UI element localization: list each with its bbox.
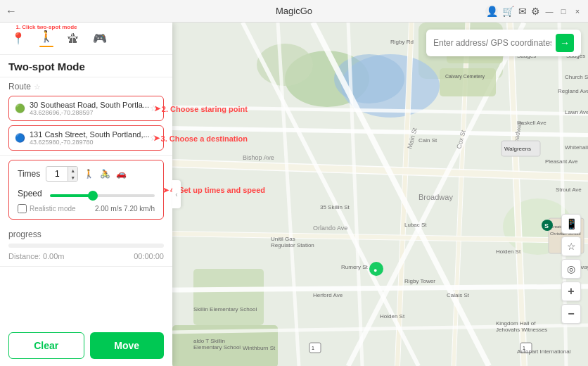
realistic-checkbox-input[interactable] [18,204,27,213]
svg-text:1: 1 [312,346,314,351]
start-location-icon: 🟢 [15,103,25,113]
back-button[interactable]: ← [6,5,17,18]
svg-text:Lawn Ave: Lawn Ave [565,109,588,115]
two-spot-icon: 🚶 [39,30,53,43]
times-arrows: ▲ ▼ [68,167,77,181]
step3-annotation: ➤ 3. Choose a destination [153,134,248,143]
speed-value: 2.00 m/s 7.20 km/h [95,205,155,213]
end-location-item[interactable]: 🔵 131 Cash Street, South Portland,... 43… [8,125,164,151]
speed-label: Speed [18,189,44,198]
clear-button[interactable]: Clear [8,332,84,359]
times-up-button[interactable]: ▲ [68,167,77,174]
walk-icon[interactable]: 🚶 [84,169,94,179]
titlebar: ← MagicGo 👤 🛒 ✉ ⚙ — □ × [0,0,588,23]
end-location-coords: 43.625980,-70.289780 [30,139,150,146]
times-input-group[interactable]: ▲ ▼ [46,166,78,182]
location-button[interactable]: ◎ [561,259,581,279]
mode-tabs: 📍 1. Click two-spot mode 🚶 🛣 🎮 [0,23,172,55]
svg-text:Broadway: Broadway [418,193,453,201]
left-panel: 📍 1. Click two-spot mode 🚶 🛣 🎮 Two-spot … [0,23,172,366]
car-icon[interactable]: 🚗 [116,169,127,179]
move-button[interactable]: Move [90,332,165,359]
window-controls: 👤 🛒 ✉ ⚙ — □ × [485,5,582,18]
route-section: Route ☆ 🟢 30 Southeast Road, South Portl… [0,77,172,156]
svg-text:Regland Ave: Regland Ave [558,88,588,94]
minimize-button[interactable]: — [544,6,554,16]
distance-value: Distance: 0.00m [8,252,64,260]
teleport-mode-tab[interactable]: 📍 [6,29,31,48]
svg-text:Calais St: Calais St [447,292,470,298]
speed-slider[interactable] [50,194,155,197]
times-down-button[interactable]: ▼ [68,174,77,181]
svg-text:Rigby Rd: Rigby Rd [390,39,414,45]
zoom-out-button[interactable]: − [561,304,581,324]
svg-text:Caln St: Caln St [418,137,437,144]
end-location-name: 131 Cash Street, South Portland,... [30,130,150,139]
svg-text:35 Skillin St: 35 Skillin St [320,204,350,210]
titlebar-left: ← [6,5,20,18]
multi-spot-mode-tab[interactable]: 🛣 [62,30,84,48]
svg-text:Haskell Ave: Haskell Ave [517,120,547,126]
mail-icon[interactable]: ✉ [518,6,527,17]
settings-icon[interactable]: ⚙ [531,6,540,17]
progress-label: progress [8,229,164,239]
svg-text:Herford Ave: Herford Ave [313,292,343,298]
joystick-mode-tab[interactable]: 🎮 [87,29,113,48]
cart-icon[interactable]: 🛒 [502,6,514,17]
realistic-row: Realistic mode 2.00 m/s 7.20 km/h [18,204,155,213]
start-location-text: 30 Southeast Road, South Portla... 43.62… [30,101,150,116]
svg-text:Calvary Cemetery: Calvary Cemetery [445,74,485,80]
two-spot-mode-tab[interactable]: 1. Click two-spot mode 🚶 [34,27,59,50]
times-input[interactable] [46,168,68,180]
svg-text:Holden St: Holden St [380,313,405,320]
user-icon[interactable]: 👤 [485,5,498,18]
cycle-icon[interactable]: 🚴 [100,169,110,179]
start-location-name: 30 Southeast Road, South Portla... [30,101,150,109]
end-location-text: 131 Cash Street, South Portland,... 43.6… [30,130,150,146]
close-button[interactable]: × [573,6,582,16]
realistic-mode-checkbox[interactable]: Realistic mode [18,204,76,213]
start-location-item[interactable]: 🟢 30 Southeast Road, South Portla... 43.… [8,96,164,121]
speed-slider-container [50,187,155,200]
progress-info: Distance: 0.00m 00:00:00 [8,252,164,260]
svg-text:Holden St: Holden St [496,248,521,255]
svg-rect-5 [193,269,264,325]
svg-text:Autopart International: Autopart International [517,348,571,355]
svg-text:Whitehall Ave: Whitehall Ave [565,144,588,151]
end-location-icon: 🔵 [15,133,25,143]
svg-text:Lubac St: Lubac St [404,222,427,228]
action-buttons: Clear Move ➤ 5. Click Move [0,325,172,366]
map-search-input[interactable] [433,38,551,48]
collapse-handle[interactable]: ‹ [172,180,181,208]
svg-text:●: ● [373,267,377,274]
zoom-in-button[interactable]: + [561,282,581,301]
svg-text:Winthburn St: Winthburn St [243,345,276,351]
progress-bar [8,244,164,248]
panel-title: Two-spot Mode [0,55,172,77]
map-search-button[interactable]: → [556,34,574,52]
progress-section: progress Distance: 0.00m 00:00:00 [0,224,172,267]
route-star-icon[interactable]: ☆ [34,82,41,92]
maximize-button[interactable]: □ [558,6,568,16]
bookmark-button[interactable]: ☆ [561,236,581,256]
times-label: Times [18,169,40,179]
svg-text:Walgreens: Walgreens [504,146,531,152]
phone-view-button[interactable]: 📱 [561,214,581,234]
settings-section: Times ▲ ▼ 🚶 🚴 🚗 Speed [8,160,164,220]
step2-annotation: ➤ 2. Choose staring point [154,104,248,113]
svg-text:Strout Ave: Strout Ave [556,187,582,193]
map-search-bar: → [426,30,581,56]
svg-text:Orlando Ave: Orlando Ave [313,225,347,232]
route-label: Route ☆ [8,82,164,92]
svg-text:Rumery St: Rumery St [341,264,369,270]
svg-text:S: S [544,222,549,229]
map-area: Main St Cox St Broadway Bishop Ave Orlan… [172,23,588,366]
joystick-icon: 🎮 [93,32,107,45]
svg-rect-37 [440,68,496,96]
speed-row: Speed [18,187,155,200]
map-controls: 📱 ☆ ◎ + − [561,214,581,324]
svg-text:Bishop Ave: Bishop Ave [243,154,274,161]
map-svg: Main St Cox St Broadway Bishop Ave Orlan… [172,23,588,366]
multi-spot-icon: 🛣 [68,32,79,45]
times-row: Times ▲ ▼ 🚶 🚴 🚗 [18,166,155,182]
